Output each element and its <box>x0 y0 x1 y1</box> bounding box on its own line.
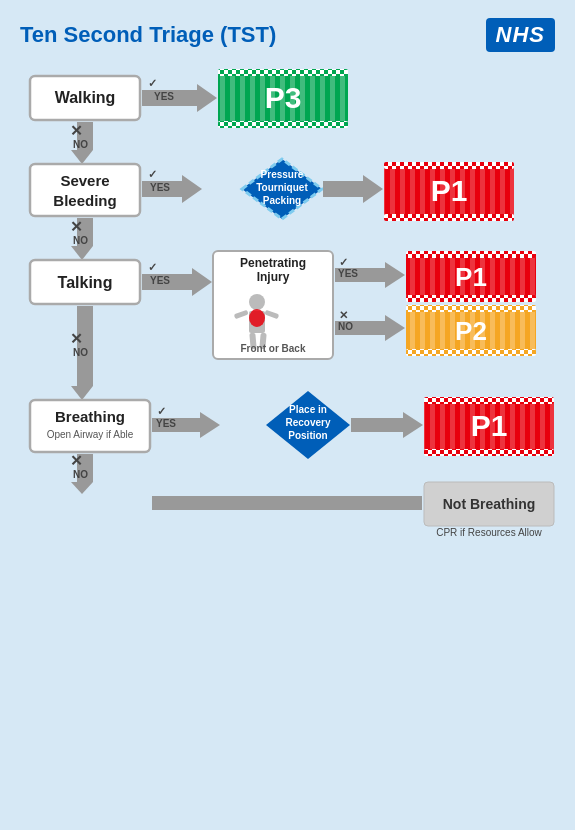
svg-point-43 <box>249 309 265 327</box>
svg-text:Severe: Severe <box>60 172 109 189</box>
svg-marker-16 <box>182 175 202 203</box>
svg-text:YES: YES <box>338 268 358 279</box>
svg-marker-86 <box>71 482 93 494</box>
svg-text:Place in: Place in <box>289 404 327 415</box>
svg-rect-23 <box>323 181 363 197</box>
svg-marker-35 <box>192 268 212 296</box>
svg-text:YES: YES <box>156 418 176 429</box>
header: Ten Second Triage (TST) NHS <box>20 18 555 52</box>
svg-text:Injury: Injury <box>257 270 290 284</box>
svg-text:P1: P1 <box>431 174 468 207</box>
svg-rect-99 <box>384 162 514 169</box>
svg-text:✕: ✕ <box>339 309 348 321</box>
svg-text:YES: YES <box>154 91 174 102</box>
svg-rect-78 <box>351 418 403 432</box>
nhs-logo: NHS <box>486 18 555 52</box>
svg-text:Breathing: Breathing <box>55 408 125 425</box>
svg-text:CPR if Resources Allow: CPR if Resources Allow <box>436 527 542 538</box>
svg-text:✕: ✕ <box>70 452 83 469</box>
svg-text:Position: Position <box>288 430 327 441</box>
svg-rect-105 <box>424 397 554 404</box>
svg-text:NO: NO <box>338 321 353 332</box>
svg-text:P1: P1 <box>455 262 487 292</box>
svg-rect-106 <box>424 449 554 456</box>
flow-diagram: Walking ✓ YES P3 ✕ NO Severe Bleeding ✓ … <box>20 66 555 826</box>
svg-text:✕: ✕ <box>70 218 83 235</box>
svg-text:NO: NO <box>73 347 88 358</box>
svg-text:✓: ✓ <box>157 405 166 417</box>
svg-marker-50 <box>385 262 405 288</box>
svg-rect-98 <box>218 121 348 128</box>
svg-text:Not Breathing: Not Breathing <box>443 496 536 512</box>
svg-text:Packing: Packing <box>263 195 301 206</box>
walking-label: Walking <box>55 89 116 106</box>
svg-text:Penetrating: Penetrating <box>240 256 306 270</box>
svg-rect-102 <box>406 295 536 302</box>
svg-text:YES: YES <box>150 182 170 193</box>
page: Ten Second Triage (TST) NHS Walking ✓ YE… <box>0 0 575 830</box>
svg-text:✕: ✕ <box>70 122 83 139</box>
svg-marker-57 <box>385 315 405 341</box>
svg-text:P1: P1 <box>471 409 508 442</box>
svg-rect-87 <box>152 496 422 510</box>
svg-marker-2 <box>197 84 217 112</box>
svg-rect-97 <box>218 69 348 76</box>
svg-text:Bleeding: Bleeding <box>53 192 116 209</box>
svg-text:Tourniquet: Tourniquet <box>256 182 308 193</box>
svg-marker-24 <box>363 175 383 203</box>
svg-text:NO: NO <box>73 235 88 246</box>
svg-rect-104 <box>406 349 536 356</box>
svg-rect-101 <box>406 251 536 258</box>
svg-marker-71 <box>200 412 220 438</box>
svg-marker-11 <box>71 150 93 164</box>
page-title: Ten Second Triage (TST) <box>20 22 276 48</box>
svg-text:✕: ✕ <box>70 330 83 347</box>
svg-marker-66 <box>71 386 93 400</box>
svg-text:✓: ✓ <box>148 261 157 273</box>
svg-text:P3: P3 <box>265 81 302 114</box>
svg-text:P2: P2 <box>455 316 487 346</box>
svg-point-41 <box>249 294 265 310</box>
svg-text:Open Airway if Able: Open Airway if Able <box>47 429 134 440</box>
svg-marker-31 <box>71 246 93 260</box>
svg-text:✓: ✓ <box>339 256 348 268</box>
svg-marker-79 <box>403 412 423 438</box>
svg-text:NO: NO <box>73 469 88 480</box>
svg-text:✓: ✓ <box>148 168 157 180</box>
svg-text:Talking: Talking <box>58 274 113 291</box>
svg-text:✓: ✓ <box>148 77 157 89</box>
svg-text:Pressure: Pressure <box>261 169 304 180</box>
svg-text:NO: NO <box>73 139 88 150</box>
svg-rect-100 <box>384 214 514 221</box>
svg-text:YES: YES <box>150 275 170 286</box>
svg-text:Recovery: Recovery <box>285 417 330 428</box>
svg-text:Front or Back: Front or Back <box>240 343 305 354</box>
svg-rect-103 <box>406 305 536 312</box>
